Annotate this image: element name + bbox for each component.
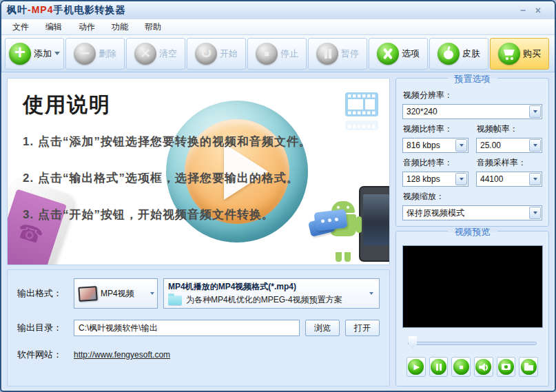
chevron-down-icon[interactable] (529, 173, 541, 185)
chevron-down-icon[interactable] (529, 207, 541, 219)
chevron-down-icon[interactable] (529, 105, 541, 118)
output-directory-label: 输出目录： (17, 322, 68, 334)
decorative-android-image (315, 186, 389, 263)
instruction-step-1: 1. 点击“添加”按钮选择您要转换的视频和音频文件。 (23, 134, 384, 149)
cart-icon (498, 43, 520, 65)
resolution-label: 视频分辨率： (403, 90, 542, 101)
pause-icon (316, 43, 338, 65)
toolbar-button-options[interactable]: 选项 (369, 38, 428, 70)
preview-volume-button[interactable] (474, 357, 493, 377)
toolbar-button-delete[interactable]: 删除 (65, 38, 125, 70)
browse-button[interactable]: 浏览 (305, 320, 340, 336)
preset-options-title: 预置选项 (448, 74, 497, 84)
apple-icon (437, 43, 460, 65)
output-directory-input[interactable] (74, 320, 300, 336)
output-format-row: 输出格式： MP4视频 MP4机播放的MP4视频格式(*.mp4) 为各种MP4… (17, 278, 380, 309)
preview-play-button[interactable] (406, 357, 426, 377)
toolbar-button-start-label: 开始 (220, 48, 238, 60)
chevron-down-icon[interactable] (455, 173, 467, 185)
website-row: 软件网站： http://www.fengyesoft.com (17, 349, 380, 361)
toolbar-button-clear-label: 清空 (159, 48, 177, 60)
speaker-icon (475, 359, 491, 375)
toolbar-button-skin-label: 皮肤 (462, 48, 480, 60)
menu-item-file[interactable]: 文件 (4, 19, 37, 35)
phone-screen (7, 189, 67, 265)
framerate-label: 视频帧率： (477, 123, 542, 135)
samplerate-value: 44100 (477, 174, 529, 184)
preview-folder-button[interactable] (519, 357, 538, 377)
menubar: 文件 编辑 动作 功能 帮助 (1, 19, 555, 35)
video-scale-select[interactable]: 保持原视频模式 (402, 205, 542, 220)
preset-options-panel: 预置选项 视频分辨率： 320*240 视频比特率： 816 kbps (395, 78, 549, 227)
minimize-button[interactable]: − (520, 6, 526, 15)
window-title: 枫叶-MP4手机电影转换器 (7, 4, 125, 17)
toolbar-button-buy[interactable]: 购买 (490, 38, 549, 70)
title-text-accent: -MP4 (28, 4, 53, 15)
right-column: 预置选项 视频分辨率： 320*240 视频比特率： 816 kbps (395, 78, 549, 386)
video-bitrate-label: 视频比特率： (403, 123, 469, 135)
app-window: 枫叶-MP4手机电影转换器 − × 文件 编辑 动作 功能 帮助 添加 删除 清… (0, 0, 556, 392)
preview-snapshot-button[interactable] (497, 357, 516, 377)
toolbar-button-start[interactable]: 开始 (187, 38, 246, 70)
title-text-main: 枫叶 (7, 4, 28, 15)
slider-track (408, 342, 537, 345)
video-preview-panel: 视频预览 (395, 231, 549, 386)
preset-profile-select[interactable]: MP4机播放的MP4视频格式(*.mp4) 为各种MP4机优化的MPEG-4视频… (163, 278, 380, 309)
resolution-select[interactable]: 320*240 (402, 104, 542, 119)
menu-item-help[interactable]: 帮助 (136, 19, 169, 35)
output-directory-row: 输出目录： 浏览 打开 (17, 320, 380, 336)
website-link[interactable]: http://www.fengyesoft.com (74, 350, 170, 360)
instruction-step-3: 3. 点击“开始”按钮，开始视频音频文件转换。 (23, 207, 384, 223)
audio-bitrate-value: 128 kbps (403, 174, 455, 184)
stop-icon (256, 43, 278, 65)
framerate-select[interactable]: 25.00 (476, 138, 542, 153)
toolbar-button-skin[interactable]: 皮肤 (429, 38, 488, 70)
android-leg (336, 252, 342, 262)
close-button[interactable]: × (535, 6, 541, 15)
play-icon (408, 359, 424, 375)
tools-icon (377, 43, 399, 65)
toolbar-button-options-label: 选项 (402, 48, 420, 60)
output-format-select[interactable]: MP4视频 (74, 278, 158, 309)
website-label: 软件网站： (17, 349, 68, 361)
framerate-value: 25.00 (477, 141, 529, 150)
toolbar-button-pause-label: 暂停 (341, 48, 359, 60)
chevron-down-icon[interactable] (455, 139, 467, 152)
chevron-down-icon (54, 52, 60, 58)
chevron-down-icon (367, 290, 376, 297)
start-refresh-icon (195, 43, 217, 65)
preview-stop-button[interactable] (451, 357, 471, 377)
slider-thumb[interactable] (409, 336, 417, 349)
menu-item-edit[interactable]: 编辑 (37, 19, 70, 35)
chevron-down-icon[interactable] (529, 139, 541, 152)
film-strip-icon (345, 92, 378, 130)
chevron-down-icon (147, 290, 157, 297)
content-area: 使用说明 (1, 72, 555, 392)
toolbar-button-add-label: 添加 (34, 48, 52, 60)
toolbar-button-clear[interactable]: 清空 (126, 38, 185, 70)
audio-bitrate-select[interactable]: 128 kbps (402, 172, 469, 187)
clear-x-icon (134, 43, 156, 65)
plus-icon (9, 43, 31, 65)
title-text-rest: 手机电影转换器 (53, 4, 125, 15)
toolbar-button-stop-label: 停止 (280, 48, 298, 60)
output-settings-panel: 输出格式： MP4视频 MP4机播放的MP4视频格式(*.mp4) 为各种MP4… (7, 269, 390, 386)
toolbar-button-stop[interactable]: 停止 (247, 38, 307, 70)
menu-item-action[interactable]: 动作 (70, 19, 103, 35)
samplerate-select[interactable]: 44100 (476, 172, 542, 187)
open-button[interactable]: 打开 (345, 320, 380, 336)
toolbar: 添加 删除 清空 开始 停止 暂停 选项 皮肤 (1, 35, 555, 72)
window-controls: − × (520, 6, 549, 15)
preset-profile-text: MP4机播放的MP4视频格式(*.mp4) 为各种MP4机优化的MPEG-4视频… (168, 281, 367, 306)
toolbar-button-add[interactable]: 添加 (5, 38, 64, 70)
toolbar-button-pause[interactable]: 暂停 (308, 38, 367, 70)
pause-icon (431, 359, 446, 375)
titlebar[interactable]: 枫叶-MP4手机电影转换器 − × (1, 1, 555, 19)
samplerate-label: 音频采样率： (477, 157, 542, 169)
video-scale-label: 视频缩放： (403, 191, 542, 203)
video-bitrate-select[interactable]: 816 kbps (402, 138, 469, 153)
preview-pause-button[interactable] (429, 357, 449, 377)
output-format-value: MP4视频 (101, 288, 144, 300)
menu-item-function[interactable]: 功能 (103, 19, 136, 35)
preview-seek-slider[interactable] (408, 336, 537, 350)
